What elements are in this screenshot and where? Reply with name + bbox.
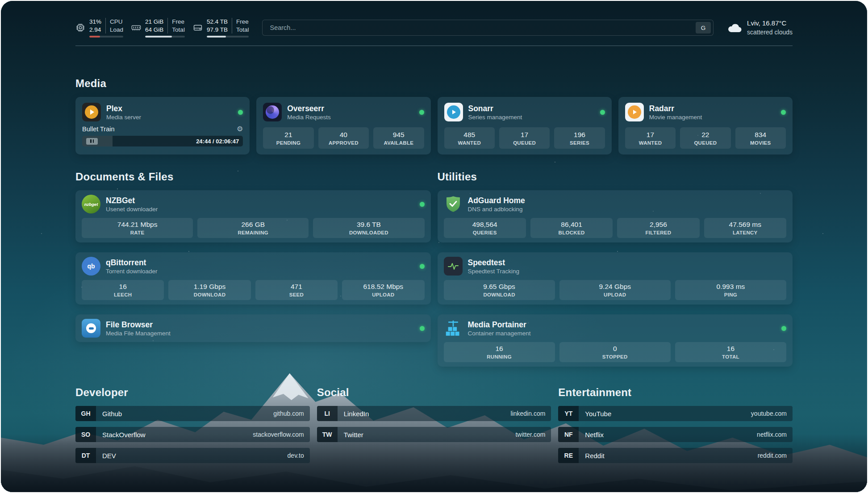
speedtest-icon [444,257,463,276]
plex-icon [82,103,101,121]
bookmark-github[interactable]: GH Github github.com [75,406,310,421]
app-name: Media Portainer [468,320,531,329]
disk-free-label: Free [236,18,249,26]
cpu-progress-fill [89,36,100,38]
bookmark-linkedin[interactable]: LI LinkedIn linkedin.com [317,406,551,421]
section-entertainment: Entertainment YT YouTube youtube.com NF … [558,386,793,469]
stat-blocked: 86,401 BLOCKED [530,218,613,238]
app-card-portainer[interactable]: Media Portainer Container management 16 … [438,314,793,367]
bookmark-reddit[interactable]: RE Reddit reddit.com [558,448,793,463]
app-subtitle: Container management [468,330,531,337]
search-input[interactable] [269,24,696,32]
bookmark-abbr: GH [75,406,96,421]
search-bar[interactable]: G [262,20,714,36]
app-name: NZBGet [106,196,158,205]
app-card-plex[interactable]: Plex Media server Bullet Train ⚙ 24:44 /… [75,97,250,155]
memory-progress-track [145,36,185,38]
status-dot [420,264,425,269]
stat-filtered: 2,956 FILTERED [617,218,699,238]
overseerr-icon [263,103,282,121]
disk-free-value: 52.4 TB [207,18,228,26]
app-subtitle: Media server [106,114,141,121]
top-bar: 31% 2.94 CPU Load [75,18,793,38]
app-card-nzbget[interactable]: nzbget NZBGet Usenet downloader 744.21 M… [75,190,431,242]
cpu-load-value: 2.94 [89,26,101,34]
stat-stopped: 0 STOPPED [559,342,671,362]
section-social: Social LI LinkedIn linkedin.com TW Twitt… [317,386,551,469]
search-engine-button[interactable]: G [696,22,711,33]
developer-section-title: Developer [75,386,310,399]
entertainment-section-title: Entertainment [558,386,793,399]
adguard-icon [444,195,463,213]
cpu-load-label: Load [110,26,123,34]
status-dot [420,202,425,207]
bookmark-abbr: DT [75,448,96,463]
stat-ping: 0.993 ms PING [675,280,786,300]
stat-queries: 498,564 QUERIES [444,218,526,238]
filebrowser-icon [82,319,100,338]
bookmark-label: StackOverflow [102,431,146,439]
utilities-section-title: Utilities [438,171,793,183]
pause-button[interactable] [86,138,98,145]
app-subtitle: Movie management [649,114,702,121]
system-widgets: 31% 2.94 CPU Load [75,18,249,38]
app-card-filebrowser[interactable]: File Browser Media File Management [75,314,431,342]
stat-total: 16 TOTAL [675,342,786,362]
bookmark-stackoverflow[interactable]: SO StackOverflow stackoverflow.com [75,427,310,442]
status-dot [600,110,605,115]
weather-location-temp: Lviv, 16.87°C [747,19,793,28]
stat-available: 945 AVAILABLE [373,127,424,149]
app-name: File Browser [106,320,171,329]
cpu-widget: 31% 2.94 CPU Load [75,18,123,38]
disk-progress-fill [207,36,226,38]
app-card-adguard-home[interactable]: AdGuard Home DNS and adblocking 498,564 … [438,190,793,242]
dashboard: 31% 2.94 CPU Load [1,1,867,492]
stat-rate: 744.21 Mbps RATE [82,218,193,238]
stat-pending: 21 PENDING [263,127,313,149]
stat-downloaded: 39.6 TB DOWNLOADED [313,218,424,238]
bookmark-label: YouTube [585,410,611,418]
app-card-overseerr[interactable]: Overseerr Media Requests 21 PENDING 40 A… [256,97,430,155]
status-dot [781,326,786,331]
disk-progress-track [207,36,249,38]
stat-wanted: 485 WANTED [444,127,495,149]
bookmark-domain: dev.to [288,452,304,459]
stat-remaining: 266 GB REMAINING [197,218,309,238]
bookmark-youtube[interactable]: YT YouTube youtube.com [558,406,793,421]
bookmark-abbr: TW [317,427,338,442]
weather-widget: Lviv, 16.87°C scattered clouds [727,19,793,36]
player-progress-bar[interactable]: 24:44 / 02:06:47 [82,136,243,146]
disk-total-value: 97.9 TB [207,26,228,34]
sonarr-icon [444,103,463,121]
gear-icon[interactable]: ⚙ [237,125,243,133]
stat-upload: 9.24 Gbps UPLOAD [559,280,671,300]
bookmark-dev[interactable]: DT DEV dev.to [75,448,310,463]
snow-specks [1,1,2,2]
bookmark-twitter[interactable]: TW Twitter twitter.com [317,427,551,442]
bookmark-abbr: RE [558,448,579,463]
app-card-radarr[interactable]: Radarr Movie management 17 WANTED 22 QUE… [618,97,793,155]
app-subtitle: DNS and adblocking [468,206,525,213]
app-name: Speedtest [468,258,520,267]
bookmark-domain: github.com [273,410,304,417]
stat-movies: 834 MOVIES [735,127,786,149]
media-section-title: Media [75,77,793,90]
bookmark-label: Github [102,410,122,418]
topbar-divider [75,46,793,46]
bookmark-abbr: LI [317,406,338,421]
app-card-speedtest[interactable]: Speedtest Speedtest Tracking 9.65 Gbps D… [438,252,793,305]
bookmark-netflix[interactable]: NF Netflix netflix.com [558,427,793,442]
stat-wanted: 17 WANTED [625,127,676,149]
app-subtitle: Series management [468,114,522,121]
disk-total-label: Total [236,26,249,34]
nzbget-icon: nzbget [82,195,100,213]
app-card-qbittorrent[interactable]: qb qBittorrent Torrent downloader 16 LEE… [75,252,431,305]
stat-queued: 17 QUEUED [499,127,550,149]
bookmark-label: LinkedIn [344,410,369,418]
app-subtitle: Media Requests [287,114,331,121]
stat-download: 1.19 Gbps DOWNLOAD [168,280,250,300]
app-subtitle: Media File Management [106,330,171,337]
portainer-icon [444,319,463,338]
bookmark-abbr: SO [75,427,96,442]
app-card-sonarr[interactable]: Sonarr Series management 485 WANTED 17 Q… [438,97,612,155]
